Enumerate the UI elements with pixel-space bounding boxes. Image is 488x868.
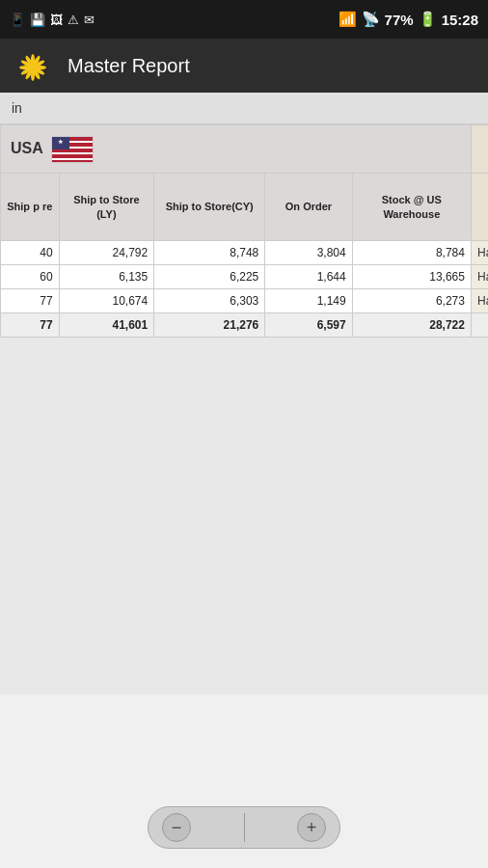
table-header-row1: USA ★ Intrans <box>1 125 489 174</box>
cell-on-order: 3,804 <box>265 241 352 265</box>
cell-ship-store-ly: 24,792 <box>59 241 154 265</box>
total-stock-us: 28,722 <box>352 313 471 338</box>
cell-ship-store-cy: 6,225 <box>154 265 265 289</box>
table-row: 40 24,792 8,748 3,804 8,784 Hartsfield W… <box>1 241 489 265</box>
col-ship-store-ly: Ship to Store (LY) <box>59 174 154 241</box>
total-wh-location <box>471 313 488 338</box>
table-row: 60 6,135 6,225 1,644 13,665 Hartsfield W… <box>1 265 489 289</box>
zoom-out-button[interactable]: − <box>162 813 191 842</box>
table-total-row: 77 41,601 21,276 6,597 28,722 <box>1 313 489 338</box>
cell-wh-location: Hartsfield Warehouse <box>471 289 488 313</box>
sunburst-logo-icon <box>14 46 52 85</box>
total-ship-store-ly: 41,601 <box>59 313 154 338</box>
cell-ship-store-ly: 10,674 <box>59 289 154 313</box>
battery-label: 77% <box>385 12 414 28</box>
app-title: Master Report <box>68 55 190 77</box>
cell-ship-store-cy: 8,748 <box>154 241 265 265</box>
warning-icon: ⚠ <box>68 13 79 27</box>
table-body: 40 24,792 8,748 3,804 8,784 Hartsfield W… <box>1 241 489 338</box>
col-wh-location: Warehouse Location <box>471 174 488 241</box>
usa-header-cell: USA ★ <box>1 125 472 174</box>
total-ship-p: 77 <box>1 313 60 338</box>
cell-stock-us: 6,273 <box>352 289 471 313</box>
app-logo <box>12 44 54 87</box>
email-icon: ✉ <box>84 13 95 27</box>
app-header: Master Report <box>0 39 488 93</box>
usa-label: USA <box>11 139 43 159</box>
table-row: 77 10,674 6,303 1,149 6,273 Hartsfield W… <box>1 289 489 313</box>
table-container[interactable]: USA ★ Intrans Ship p re Ship to Store (L… <box>0 124 488 338</box>
zoom-divider <box>244 813 245 842</box>
status-bar: 📱 💾 🖼 ⚠ ✉ 📶 📡 77% 🔋 15:28 <box>0 0 488 39</box>
usa-flag-icon: ★ <box>51 136 94 163</box>
status-right-info: 📶 📡 77% 🔋 15:28 <box>339 11 478 28</box>
status-left-icons: 📱 💾 🖼 ⚠ ✉ <box>10 13 95 27</box>
image-icon: 🖼 <box>50 13 63 27</box>
table-header-row2: Ship p re Ship to Store (LY) Ship to Sto… <box>1 174 489 241</box>
sd-icon: 💾 <box>30 13 45 27</box>
cell-on-order: 1,149 <box>265 289 352 313</box>
time-label: 15:28 <box>442 12 478 28</box>
cell-ship-store-cy: 6,303 <box>154 289 265 313</box>
zoom-bar: − + <box>148 806 340 849</box>
col-ship-p: Ship p re <box>1 174 60 241</box>
report-table: USA ★ Intrans Ship p re Ship to Store (L… <box>0 124 488 338</box>
empty-area <box>0 338 488 694</box>
col-on-order: On Order <box>265 174 352 241</box>
cell-wh-location: Hartsfield Warehouse <box>471 265 488 289</box>
col-stock-us: Stock @ US Warehouse <box>352 174 471 241</box>
cell-stock-us: 13,665 <box>352 265 471 289</box>
cell-ship-p: 77 <box>1 289 60 313</box>
cell-ship-store-ly: 6,135 <box>59 265 154 289</box>
cell-ship-p: 60 <box>1 265 60 289</box>
cell-ship-p: 40 <box>1 241 60 265</box>
wifi-icon: 📶 <box>339 11 357 28</box>
cell-stock-us: 8,784 <box>352 241 471 265</box>
battery-icon: 🔋 <box>419 11 437 28</box>
col-ship-store-cy: Ship to Store(CY) <box>154 174 265 241</box>
warehouse-location-header-group <box>471 125 488 174</box>
total-on-order: 6,597 <box>265 313 352 338</box>
svg-point-12 <box>30 65 36 70</box>
filter-label: in <box>12 100 22 116</box>
signal-icon: 📡 <box>362 11 380 28</box>
zoom-in-button[interactable]: + <box>297 813 326 842</box>
cell-on-order: 1,644 <box>265 265 352 289</box>
cell-wh-location: Hartsfield Warehouse <box>471 241 488 265</box>
total-ship-store-cy: 21,276 <box>154 313 265 338</box>
filter-area: in <box>0 93 488 124</box>
phone-icon: 📱 <box>10 13 25 27</box>
